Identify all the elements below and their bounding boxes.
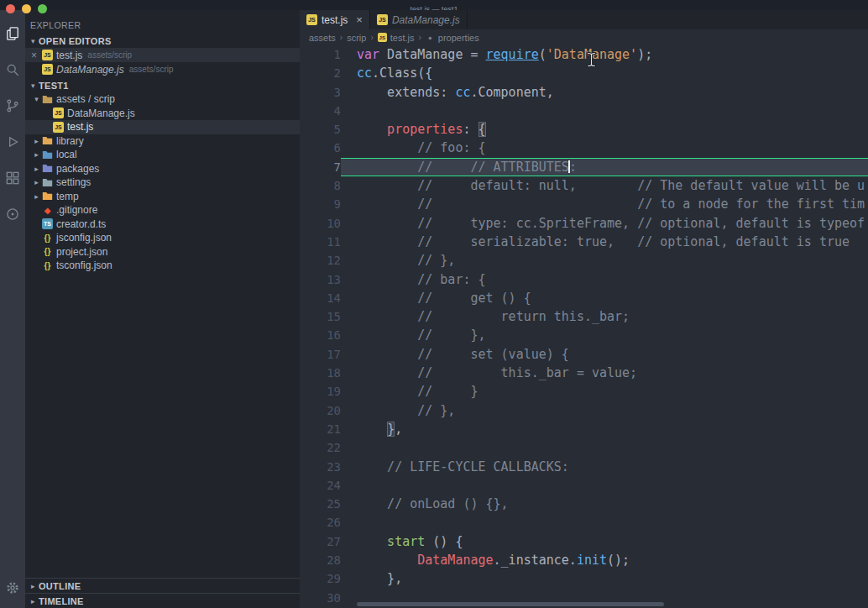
activity-circle-button[interactable] xyxy=(0,197,25,233)
code-token: }, xyxy=(357,571,402,586)
outline-header[interactable]: ▸ OUTLINE xyxy=(25,578,300,593)
line-number: 4 xyxy=(300,102,341,120)
line-content: // // to a node for the first tim xyxy=(341,195,868,213)
code-line-23[interactable]: 23 // LIFE-CYCLE CALLBACKS: xyxy=(300,458,868,476)
code-line-25[interactable]: 25 // onLoad () {}, xyxy=(300,495,868,513)
code-line-5[interactable]: 5 properties: { xyxy=(300,120,868,139)
code-line-11[interactable]: 11 // serializable: true, // optional, d… xyxy=(300,233,868,251)
tree-item-library[interactable]: ▸library xyxy=(25,134,300,149)
breadcrumb-label: test.js xyxy=(390,33,415,43)
activity-extensions-button[interactable] xyxy=(0,161,25,197)
line-number: 23 xyxy=(300,458,341,476)
tree-item-assets-scrip[interactable]: ▾assets / scrip xyxy=(25,92,300,107)
code-line-8[interactable]: 8 // default: null, // The default value… xyxy=(300,176,868,195)
tab-close-icon[interactable]: × xyxy=(356,13,363,26)
tree-item-local[interactable]: ▸local xyxy=(25,148,300,162)
js-file-icon: JS xyxy=(306,14,317,25)
timeline-header[interactable]: ▸ TIMELINE xyxy=(25,593,300,608)
code-token: cc xyxy=(455,85,470,100)
activity-source-control-button[interactable] xyxy=(0,89,25,125)
activity-explorer-button[interactable] xyxy=(0,17,25,53)
line-content: // bar: { xyxy=(341,270,868,289)
close-editor-icon[interactable]: × xyxy=(31,50,42,61)
line-number: 11 xyxy=(300,233,341,251)
minimize-window-button[interactable] xyxy=(22,4,31,13)
horizontal-scrollbar[interactable] xyxy=(357,602,664,606)
code-token: ( xyxy=(539,47,546,62)
activity-search-button[interactable] xyxy=(0,53,25,89)
code-line-4[interactable]: 4 xyxy=(300,102,868,120)
activity-manage-gear-button[interactable] xyxy=(0,571,25,608)
tree-item-packages[interactable]: ▸packages xyxy=(25,162,300,176)
chevron-right-icon: ▸ xyxy=(25,582,39,590)
code-line-22[interactable]: 22 xyxy=(300,438,868,457)
open-editors-header[interactable]: ▾ OPEN EDITORS xyxy=(25,34,300,48)
code-line-9[interactable]: 9 // // to a node for the first tim xyxy=(300,195,868,213)
git-file-icon: ◆ xyxy=(42,205,53,216)
breadcrumb-item-properties[interactable]: ◈properties xyxy=(426,33,479,43)
code-token: // this._bar = value; xyxy=(357,365,637,380)
close-window-button[interactable] xyxy=(6,4,15,13)
tree-item-label: tsconfig.json xyxy=(56,259,112,271)
code-line-28[interactable]: 28 DataManage._instance.init(); xyxy=(300,551,868,569)
code-line-6[interactable]: 6 // foo: { xyxy=(300,139,868,157)
tree-item-temp[interactable]: ▸temp xyxy=(25,190,300,204)
line-content: // }, xyxy=(341,251,868,270)
code-editor[interactable]: 1var DataManage = require('DataManage');… xyxy=(300,45,868,608)
symbol-property-icon: ◈ xyxy=(426,33,435,42)
tree-item-datamanage-js[interactable]: JSDataManage.js xyxy=(25,107,300,121)
code-line-15[interactable]: 15 // return this._bar; xyxy=(300,307,868,326)
code-token: extends: xyxy=(357,85,455,100)
breadcrumb-item-assets[interactable]: assets xyxy=(309,33,336,43)
line-content: extends: cc.Component, xyxy=(341,83,868,102)
code-line-16[interactable]: 16 // }, xyxy=(300,326,868,344)
code-token: // }, xyxy=(357,328,486,343)
breadcrumb-separator-icon: › xyxy=(370,33,373,42)
line-number: 16 xyxy=(300,326,341,344)
code-line-20[interactable]: 20 // }, xyxy=(300,401,868,420)
code-line-26[interactable]: 26 xyxy=(300,513,868,532)
code-token: properties xyxy=(357,122,463,137)
code-line-29[interactable]: 29 }, xyxy=(300,569,868,588)
code-line-10[interactable]: 10 // type: cc.SpriteFrame, // optional,… xyxy=(300,214,868,233)
code-line-3[interactable]: 3 extends: cc.Component, xyxy=(300,83,868,102)
tab-test-js[interactable]: JStest.js× xyxy=(300,10,370,29)
code-line-13[interactable]: 13 // bar: { xyxy=(300,270,868,289)
line-content: // default: null, // The default value w… xyxy=(341,176,868,195)
tree-item-jsconfig-json[interactable]: {}jsconfig.json xyxy=(25,231,300,245)
code-line-17[interactable]: 17 // set (value) { xyxy=(300,345,868,364)
workspace-header[interactable]: ▾ TEST1 xyxy=(25,78,300,92)
code-token: 'DataManage' xyxy=(546,47,637,62)
line-number: 7 xyxy=(300,158,341,176)
code-line-21[interactable]: 21 }, xyxy=(300,420,868,438)
code-line-27[interactable]: 27 start () { xyxy=(300,532,868,551)
tree-item-settings[interactable]: ▸settings xyxy=(25,176,300,190)
code-line-1[interactable]: 1var DataManage = require('DataManage'); xyxy=(300,45,868,64)
js-file-icon: JS xyxy=(378,33,387,42)
code-line-7[interactable]: 7 // // ATTRIBUTES: xyxy=(300,158,868,176)
zoom-window-button[interactable] xyxy=(38,4,47,13)
tree-item-test-js[interactable]: JStest.js xyxy=(25,120,300,134)
code-line-24[interactable]: 24 xyxy=(300,476,868,495)
code-line-2[interactable]: 2cc.Class({ xyxy=(300,64,868,82)
code-line-14[interactable]: 14 // get () { xyxy=(300,289,868,307)
code-line-18[interactable]: 18 // this._bar = value; xyxy=(300,364,868,382)
code-line-12[interactable]: 12 // }, xyxy=(300,251,868,270)
activity-run-debug-button[interactable] xyxy=(0,125,25,161)
line-number: 10 xyxy=(300,214,341,233)
line-number: 14 xyxy=(300,289,341,307)
open-editor-item-test-js[interactable]: ×JStest.jsassets/scrip xyxy=(25,48,300,62)
tab-datamanage-js[interactable]: JSDataManage.js xyxy=(370,10,468,29)
open-editor-item-datamanage-js[interactable]: JSDataManage.jsassets/scrip xyxy=(25,62,300,76)
breadcrumb-separator-icon: › xyxy=(340,33,342,42)
code-token: require xyxy=(486,47,539,62)
breadcrumb-item-test-js[interactable]: JStest.js xyxy=(378,33,415,43)
code-line-19[interactable]: 19 // } xyxy=(300,382,868,401)
titlebar[interactable]: test.js — test1 xyxy=(0,0,868,10)
tree-item-creator-d-ts[interactable]: TScreator.d.ts xyxy=(25,218,300,232)
timeline-label: TIMELINE xyxy=(39,596,84,606)
tree-item-tsconfig-json[interactable]: {}tsconfig.json xyxy=(25,259,300,273)
tree-item-gitignore[interactable]: ◆.gitignore xyxy=(25,203,300,218)
breadcrumb-item-scrip[interactable]: scrip xyxy=(347,33,366,43)
tree-item-project-json[interactable]: {}project.json xyxy=(25,245,300,259)
